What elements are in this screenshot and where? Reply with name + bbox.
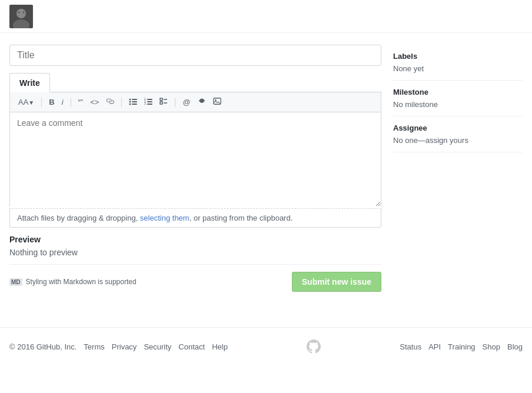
privacy-link[interactable]: Privacy: [112, 342, 137, 351]
submit-bar: MD Styling with Markdown is supported Su…: [9, 272, 381, 292]
attach-text: Attach files by dragging & dropping,: [17, 214, 140, 222]
markdown-icon: MD: [9, 278, 22, 286]
svg-point-3: [18, 11, 20, 13]
svg-rect-12: [147, 99, 152, 100]
milestone-value: No milestone: [393, 100, 523, 109]
code-button[interactable]: <>: [88, 96, 101, 108]
labels-section: Labels None yet: [393, 45, 523, 81]
toolbar-separator-1: [41, 98, 42, 107]
selecting-them-link[interactable]: selecting them: [140, 214, 189, 222]
training-link[interactable]: Training: [448, 342, 475, 351]
task-list-button[interactable]: [157, 96, 170, 108]
footer: © 2016 GitHub, Inc. Terms Privacy Securi…: [0, 327, 532, 365]
tab-bar: Write: [9, 73, 381, 92]
footer-left: © 2016 GitHub, Inc. Terms Privacy Securi…: [9, 342, 228, 351]
milestone-section: Milestone No milestone: [393, 81, 523, 116]
svg-rect-10: [132, 104, 137, 105]
svg-point-9: [129, 104, 131, 105]
italic-button[interactable]: i: [59, 96, 66, 108]
markdown-hint: MD Styling with Markdown is supported: [9, 278, 137, 286]
avatar[interactable]: [9, 5, 33, 28]
bold-button[interactable]: B: [46, 96, 56, 108]
editor-toolbar: AA▼ B i “” <> 1.2.3. @: [9, 92, 381, 112]
tab-write[interactable]: Write: [9, 73, 50, 92]
main-content: Write AA▼ B i “” <> 1.2.3.: [0, 33, 532, 304]
contact-link[interactable]: Contact: [178, 342, 205, 351]
ordered-list-button[interactable]: 1.2.3.: [142, 96, 155, 108]
svg-rect-6: [132, 99, 137, 100]
issue-form: Write AA▼ B i “” <> 1.2.3.: [9, 45, 381, 292]
title-input[interactable]: [9, 45, 381, 66]
labels-title: Labels: [393, 52, 523, 61]
top-bar: [0, 0, 532, 33]
footer-right: Status API Training Shop Blog: [400, 342, 523, 351]
labels-value: None yet: [393, 64, 523, 73]
heading-button[interactable]: AA▼: [16, 96, 36, 108]
toolbar-separator-4: [175, 98, 175, 107]
help-link[interactable]: Help: [212, 342, 228, 351]
comment-textarea[interactable]: [9, 112, 381, 207]
attach-bar: Attach files by dragging & dropping, sel…: [9, 208, 381, 228]
preview-content: Nothing to preview: [9, 248, 381, 257]
blog-link[interactable]: Blog: [507, 342, 523, 351]
terms-link[interactable]: Terms: [84, 342, 104, 351]
assignee-section: Assignee No one—assign yours: [393, 116, 523, 152]
api-link[interactable]: API: [428, 342, 441, 351]
svg-point-5: [129, 99, 131, 101]
assignee-title: Assignee: [393, 124, 523, 132]
copyright-text: © 2016 GitHub, Inc.: [9, 342, 77, 351]
svg-rect-16: [147, 104, 152, 105]
submit-button[interactable]: Submit new issue: [292, 272, 381, 292]
svg-rect-8: [132, 101, 137, 102]
preview-title: Preview: [9, 235, 381, 244]
preview-section: Preview Nothing to preview: [9, 228, 381, 265]
svg-rect-17: [160, 98, 162, 101]
attach-text-2: , or pasting from the clipboard.: [189, 214, 293, 222]
footer-center: [307, 339, 321, 354]
svg-point-22: [215, 99, 217, 101]
image-button[interactable]: [211, 96, 224, 108]
sidebar: Labels None yet Milestone No milestone A…: [393, 45, 523, 292]
security-link[interactable]: Security: [144, 342, 171, 351]
milestone-title: Milestone: [393, 88, 523, 96]
mention-button[interactable]: @: [180, 96, 192, 108]
assignee-value: No one—assign yours: [393, 136, 523, 145]
link-button[interactable]: [104, 96, 117, 108]
svg-point-1: [16, 9, 26, 18]
markdown-hint-text: Styling with Markdown is supported: [26, 278, 137, 286]
svg-point-4: [23, 11, 25, 13]
github-logo-icon: [307, 339, 321, 354]
reference-button[interactable]: [195, 96, 208, 108]
svg-point-7: [129, 101, 131, 103]
svg-text:3.: 3.: [144, 102, 147, 105]
svg-rect-14: [147, 101, 152, 102]
toolbar-separator-2: [71, 98, 71, 107]
status-link[interactable]: Status: [400, 342, 421, 351]
unordered-list-button[interactable]: [127, 96, 139, 108]
quote-button[interactable]: “”: [76, 96, 86, 108]
toolbar-separator-3: [121, 98, 122, 107]
svg-rect-18: [160, 102, 162, 104]
shop-link[interactable]: Shop: [483, 342, 500, 351]
